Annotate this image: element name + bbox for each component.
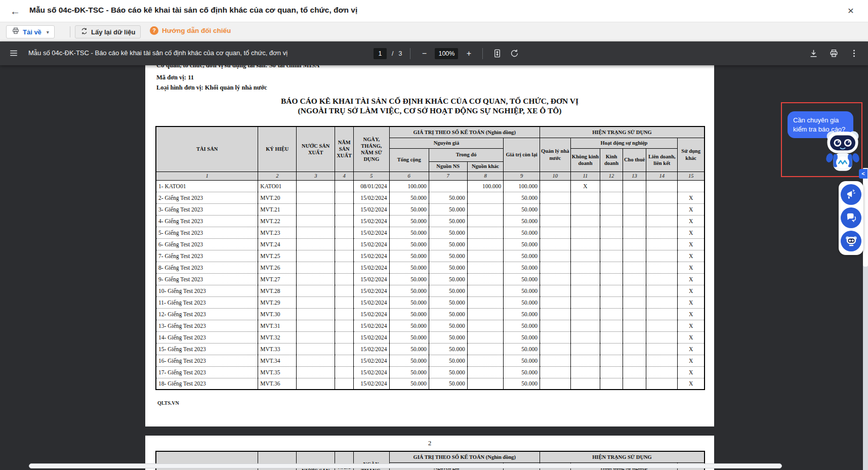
fit-page-icon[interactable]	[491, 48, 503, 60]
table-cell: 12- Giếng Test 2023	[156, 308, 258, 320]
chat-support-button[interactable]	[841, 207, 861, 228]
table-cell: X	[678, 296, 705, 308]
chat-collapse-button[interactable]: <	[859, 169, 867, 179]
menu-icon[interactable]	[9, 49, 18, 58]
table-cell	[600, 285, 623, 296]
table-cell	[570, 343, 600, 355]
more-options-icon[interactable]	[848, 48, 860, 60]
chevron-down-icon[interactable]: ▾	[47, 29, 49, 35]
table-cell	[623, 227, 646, 238]
table-cell	[646, 203, 678, 215]
table-cell: 50.000	[504, 273, 540, 285]
table-cell: 50.000	[429, 296, 467, 308]
header-remaining-value: Giá trị còn lại	[504, 138, 540, 172]
table-cell: 50.000	[429, 250, 467, 262]
table-cell: X	[678, 273, 705, 285]
col-header-asset: TÀI SẢN	[156, 126, 258, 172]
table-cell: MVT.20	[258, 192, 297, 203]
column-number: 14	[646, 172, 678, 180]
table-cell: 100.000	[389, 180, 429, 192]
table-cell	[467, 320, 504, 331]
print-icon[interactable]	[828, 48, 840, 60]
pdf-content-area: Cơ quan, tổ chức, đơn vị sử dụng tài sản…	[0, 65, 868, 470]
table-cell: 15/02/2024	[354, 192, 390, 203]
table-cell: 100.000	[467, 180, 504, 192]
column-number: 6	[389, 172, 429, 180]
table-cell: 50.000	[389, 227, 429, 238]
header-rent: Cho thuê	[623, 148, 646, 172]
table-cell	[570, 378, 600, 390]
table-cell	[570, 262, 600, 273]
table-cell: MVT.22	[258, 215, 297, 227]
download-button[interactable]: Tải về ▾	[6, 25, 55, 38]
action-bar: Tải về ▾ Lấy lại dữ liệu ? Hướng dẫn đối…	[0, 22, 868, 41]
table-cell	[335, 203, 354, 215]
table-cell	[570, 238, 600, 250]
table-cell	[335, 227, 354, 238]
chatbot-mascot[interactable]	[824, 127, 861, 175]
header-state-mgmt: Quản lý nhà nước	[540, 138, 570, 172]
table-cell	[540, 308, 570, 320]
table-cell	[335, 250, 354, 262]
table-cell: 50.000	[504, 366, 540, 378]
chatbot-button[interactable]	[841, 231, 861, 251]
announcement-button[interactable]	[841, 184, 861, 205]
table-cell	[600, 366, 623, 378]
horizontal-scrollbar[interactable]	[29, 463, 782, 468]
page-total: 3	[398, 50, 402, 57]
page-number-input[interactable]	[374, 48, 387, 59]
vertical-scrollbar-thumb[interactable]	[863, 168, 868, 267]
table-row: 7- Giếng Test 2023MVT.2515/02/202450.000…	[156, 250, 705, 262]
table-row: 1- KATO01KATO0108/01/2024100.000100.0001…	[156, 180, 705, 192]
table-cell	[467, 296, 504, 308]
close-button[interactable]: ×	[844, 4, 858, 18]
zoom-in-button[interactable]: +	[463, 48, 474, 59]
table-row: 14- Giếng Test 2023MVT.3215/02/202450.00…	[156, 331, 705, 343]
table-cell	[646, 308, 678, 320]
table-cell: X	[678, 203, 705, 215]
table-cell	[335, 308, 354, 320]
table-cell: 50.000	[389, 192, 429, 203]
header-in-which: Trong đó	[429, 148, 504, 161]
table-cell: 5- Giếng Test 2023	[156, 227, 258, 238]
zoom-out-button[interactable]: −	[419, 48, 430, 59]
table-cell	[570, 296, 600, 308]
table-row: 3- Giếng Test 2023MVT.2115/02/202450.000…	[156, 203, 705, 215]
download-icon[interactable]	[807, 48, 819, 60]
rotate-icon[interactable]	[508, 48, 520, 60]
table-cell: 17- Giếng Test 2023	[156, 366, 258, 378]
table-cell	[467, 343, 504, 355]
table-cell	[540, 273, 570, 285]
reload-data-button[interactable]: Lấy lại dữ liệu	[75, 25, 141, 38]
reload-label: Lấy lại dữ liệu	[91, 28, 135, 36]
table-cell: 50.000	[389, 331, 429, 343]
pdf-page-1: Cơ quan, tổ chức, đơn vị sử dụng tài sản…	[145, 65, 714, 426]
column-number: 8	[467, 172, 504, 180]
table-cell: 11- Giếng Test 2023	[156, 296, 258, 308]
table-cell: 6- Giếng Test 2023	[156, 238, 258, 250]
table-cell	[540, 320, 570, 331]
table-cell	[646, 378, 678, 390]
table-row: 13- Giếng Test 2023MVT.3115/02/202450.00…	[156, 320, 705, 331]
back-button[interactable]: ←	[8, 5, 22, 19]
table-cell	[570, 250, 600, 262]
vertical-scrollbar[interactable]	[863, 168, 868, 470]
table-cell	[646, 192, 678, 203]
table-cell: 50.000	[429, 331, 467, 343]
table-cell	[646, 215, 678, 227]
table-cell	[335, 262, 354, 273]
table-cell	[297, 366, 335, 378]
table-cell: 50.000	[429, 308, 467, 320]
table-cell	[600, 215, 623, 227]
table-cell	[646, 227, 678, 238]
table-cell	[540, 238, 570, 250]
group-header-book-value: GIÁ TRỊ THEO SỔ KẾ TOÁN (Nghìn đồng)	[389, 451, 540, 462]
table-cell: 50.000	[504, 238, 540, 250]
table-cell: MVT.34	[258, 355, 297, 366]
guide-link[interactable]: ? Hướng dẫn đối chiếu	[150, 26, 231, 35]
table-row: 5- Giếng Test 2023MVT.2315/02/202450.000…	[156, 227, 705, 238]
table-cell: 15/02/2024	[354, 227, 390, 238]
table-cell: MVT.26	[258, 262, 297, 273]
robot-icon	[824, 127, 861, 175]
table-cell: 50.000	[504, 285, 540, 296]
